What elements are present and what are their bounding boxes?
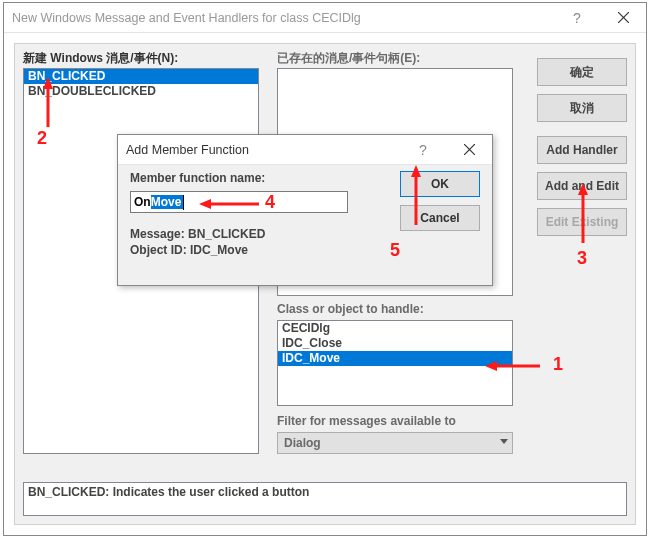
modal-object-label: Object ID: IDC_Move [130,243,480,257]
new-messages-label: 新建 Windows 消息/事件(N): [23,50,178,67]
modal-titlebar: Add Member Function ? [118,135,492,165]
close-icon [618,12,629,23]
cancel-button[interactable]: 取消 [537,94,627,122]
add-and-edit-button[interactable]: Add and Edit [537,172,627,200]
chevron-down-icon [500,439,508,444]
filter-combo[interactable]: Dialog [277,432,513,454]
list-item[interactable]: BN_CLICKED [24,69,258,84]
modal-ok-button[interactable]: OK [400,171,480,197]
close-icon [464,144,475,155]
ok-button[interactable]: 确定 [537,58,627,86]
modal-cancel-button[interactable]: Cancel [400,205,480,231]
window-title: New Windows Message and Event Handlers f… [12,11,361,25]
list-item[interactable]: BN_DOUBLECLICKED [24,84,258,99]
input-prefix: On [131,195,151,209]
filter-value: Dialog [284,436,321,450]
add-handler-button[interactable]: Add Handler [537,136,627,164]
list-item[interactable]: CECIDlg [278,321,512,336]
input-selection: Move [151,195,184,209]
status-text: BN_CLICKED: Indicates the user clicked a… [23,482,627,516]
list-item[interactable]: IDC_Close [278,336,512,351]
class-object-list[interactable]: CECIDlg IDC_Close IDC_Move [277,320,513,406]
list-item[interactable]: IDC_Move [278,351,512,366]
text-caret [183,195,184,210]
filter-label: Filter for messages available to [277,414,456,428]
modal-close-button[interactable] [446,135,492,165]
add-member-function-dialog: Add Member Function ? Member function na… [117,134,493,286]
help-button[interactable]: ? [554,3,600,33]
titlebar: New Windows Message and Event Handlers f… [4,3,646,33]
member-function-name-input[interactable]: OnMove [130,191,348,213]
existing-label: 已存在的消息/事件句柄(E): [277,50,420,67]
edit-existing-button[interactable]: Edit Existing [537,208,627,236]
class-object-label: Class or object to handle: [277,302,424,316]
modal-help-button[interactable]: ? [400,135,446,165]
modal-title: Add Member Function [126,143,249,157]
close-button[interactable] [600,3,646,33]
